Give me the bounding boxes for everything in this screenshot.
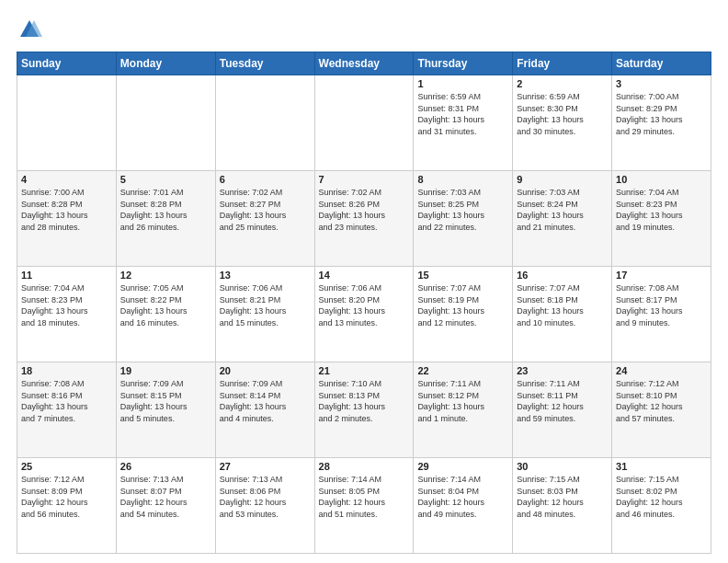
- day-number: 16: [517, 270, 608, 281]
- day-info: Sunrise: 7:13 AM Sunset: 8:06 PM Dayligh…: [220, 474, 311, 520]
- day-number: 21: [319, 365, 410, 376]
- day-info: Sunrise: 7:00 AM Sunset: 8:29 PM Dayligh…: [616, 91, 707, 137]
- calendar-day-header: Thursday: [414, 52, 513, 75]
- day-info: Sunrise: 7:15 AM Sunset: 8:03 PM Dayligh…: [517, 474, 608, 520]
- day-info: Sunrise: 7:04 AM Sunset: 8:23 PM Dayligh…: [616, 187, 707, 233]
- day-number: 15: [417, 270, 508, 281]
- calendar-cell: 5Sunrise: 7:01 AM Sunset: 8:28 PM Daylig…: [116, 171, 215, 267]
- day-info: Sunrise: 7:08 AM Sunset: 8:17 PM Dayligh…: [616, 282, 707, 328]
- calendar-cell: 9Sunrise: 7:03 AM Sunset: 8:24 PM Daylig…: [513, 171, 612, 267]
- calendar-cell: 6Sunrise: 7:02 AM Sunset: 8:27 PM Daylig…: [215, 171, 314, 267]
- day-number: 1: [417, 78, 508, 89]
- logo: [17, 17, 46, 42]
- day-number: 13: [220, 270, 311, 281]
- day-info: Sunrise: 7:08 AM Sunset: 8:16 PM Dayligh…: [21, 378, 112, 424]
- calendar-cell: [215, 75, 314, 171]
- day-number: 8: [417, 174, 508, 185]
- calendar-day-header: Saturday: [612, 52, 711, 75]
- calendar-cell: 19Sunrise: 7:09 AM Sunset: 8:15 PM Dayli…: [116, 362, 215, 458]
- day-number: 3: [616, 78, 707, 89]
- day-number: 29: [417, 461, 508, 472]
- calendar-week-row: 11Sunrise: 7:04 AM Sunset: 8:23 PM Dayli…: [17, 267, 711, 362]
- day-info: Sunrise: 7:00 AM Sunset: 8:28 PM Dayligh…: [21, 187, 112, 233]
- calendar-cell: 31Sunrise: 7:15 AM Sunset: 8:02 PM Dayli…: [612, 458, 711, 554]
- calendar-header-row: SundayMondayTuesdayWednesdayThursdayFrid…: [17, 52, 711, 75]
- day-info: Sunrise: 7:03 AM Sunset: 8:24 PM Dayligh…: [517, 187, 608, 233]
- calendar-week-row: 25Sunrise: 7:12 AM Sunset: 8:09 PM Dayli…: [17, 458, 711, 554]
- day-number: 6: [220, 174, 311, 185]
- calendar-day-header: Sunday: [17, 52, 117, 75]
- day-info: Sunrise: 7:12 AM Sunset: 8:10 PM Dayligh…: [616, 378, 707, 424]
- calendar-cell: 22Sunrise: 7:11 AM Sunset: 8:12 PM Dayli…: [414, 362, 513, 458]
- calendar-cell: 20Sunrise: 7:09 AM Sunset: 8:14 PM Dayli…: [215, 362, 314, 458]
- day-info: Sunrise: 7:14 AM Sunset: 8:05 PM Dayligh…: [319, 474, 410, 520]
- calendar-week-row: 18Sunrise: 7:08 AM Sunset: 8:16 PM Dayli…: [17, 362, 711, 458]
- day-number: 20: [220, 365, 311, 376]
- day-number: 19: [120, 365, 211, 376]
- calendar-week-row: 4Sunrise: 7:00 AM Sunset: 8:28 PM Daylig…: [17, 171, 711, 267]
- calendar-cell: 29Sunrise: 7:14 AM Sunset: 8:04 PM Dayli…: [414, 458, 513, 554]
- calendar-cell: 11Sunrise: 7:04 AM Sunset: 8:23 PM Dayli…: [17, 267, 117, 362]
- calendar-week-row: 1Sunrise: 6:59 AM Sunset: 8:31 PM Daylig…: [17, 75, 711, 171]
- day-info: Sunrise: 7:06 AM Sunset: 8:20 PM Dayligh…: [319, 282, 410, 328]
- day-info: Sunrise: 7:14 AM Sunset: 8:04 PM Dayligh…: [417, 474, 508, 520]
- day-number: 28: [319, 461, 410, 472]
- day-info: Sunrise: 7:11 AM Sunset: 8:11 PM Dayligh…: [517, 378, 608, 424]
- day-info: Sunrise: 6:59 AM Sunset: 8:30 PM Dayligh…: [517, 91, 608, 137]
- calendar-cell: [17, 75, 117, 171]
- day-info: Sunrise: 7:10 AM Sunset: 8:13 PM Dayligh…: [319, 378, 410, 424]
- day-info: Sunrise: 7:12 AM Sunset: 8:09 PM Dayligh…: [21, 474, 112, 520]
- day-info: Sunrise: 7:09 AM Sunset: 8:15 PM Dayligh…: [120, 378, 211, 424]
- calendar-cell: 16Sunrise: 7:07 AM Sunset: 8:18 PM Dayli…: [513, 267, 612, 362]
- day-info: Sunrise: 7:02 AM Sunset: 8:27 PM Dayligh…: [220, 187, 311, 233]
- calendar-cell: 14Sunrise: 7:06 AM Sunset: 8:20 PM Dayli…: [314, 267, 414, 362]
- day-number: 27: [220, 461, 311, 472]
- calendar-cell: 7Sunrise: 7:02 AM Sunset: 8:26 PM Daylig…: [314, 171, 414, 267]
- day-number: 18: [21, 365, 112, 376]
- calendar-cell: 2Sunrise: 6:59 AM Sunset: 8:30 PM Daylig…: [513, 75, 612, 171]
- day-number: 4: [21, 174, 112, 185]
- day-number: 11: [21, 270, 112, 281]
- calendar-cell: 10Sunrise: 7:04 AM Sunset: 8:23 PM Dayli…: [612, 171, 711, 267]
- calendar-day-header: Tuesday: [215, 52, 314, 75]
- day-number: 24: [616, 365, 707, 376]
- day-number: 5: [120, 174, 211, 185]
- calendar-cell: 28Sunrise: 7:14 AM Sunset: 8:05 PM Dayli…: [314, 458, 414, 554]
- calendar-cell: 25Sunrise: 7:12 AM Sunset: 8:09 PM Dayli…: [17, 458, 117, 554]
- calendar-cell: 13Sunrise: 7:06 AM Sunset: 8:21 PM Dayli…: [215, 267, 314, 362]
- day-info: Sunrise: 7:15 AM Sunset: 8:02 PM Dayligh…: [616, 474, 707, 520]
- day-number: 17: [616, 270, 707, 281]
- calendar-cell: 27Sunrise: 7:13 AM Sunset: 8:06 PM Dayli…: [215, 458, 314, 554]
- day-number: 7: [319, 174, 410, 185]
- calendar-cell: [116, 75, 215, 171]
- calendar-cell: 30Sunrise: 7:15 AM Sunset: 8:03 PM Dayli…: [513, 458, 612, 554]
- day-info: Sunrise: 7:09 AM Sunset: 8:14 PM Dayligh…: [220, 378, 311, 424]
- day-info: Sunrise: 6:59 AM Sunset: 8:31 PM Dayligh…: [417, 91, 508, 137]
- day-number: 9: [517, 174, 608, 185]
- calendar-cell: [314, 75, 414, 171]
- day-number: 10: [616, 174, 707, 185]
- day-number: 30: [517, 461, 608, 472]
- day-info: Sunrise: 7:06 AM Sunset: 8:21 PM Dayligh…: [220, 282, 311, 328]
- day-info: Sunrise: 7:13 AM Sunset: 8:07 PM Dayligh…: [120, 474, 211, 520]
- day-info: Sunrise: 7:07 AM Sunset: 8:19 PM Dayligh…: [417, 282, 508, 328]
- calendar-cell: 17Sunrise: 7:08 AM Sunset: 8:17 PM Dayli…: [612, 267, 711, 362]
- calendar-cell: 24Sunrise: 7:12 AM Sunset: 8:10 PM Dayli…: [612, 362, 711, 458]
- day-number: 31: [616, 461, 707, 472]
- day-number: 12: [120, 270, 211, 281]
- calendar-table: SundayMondayTuesdayWednesdayThursdayFrid…: [17, 52, 711, 554]
- day-number: 25: [21, 461, 112, 472]
- calendar-cell: 18Sunrise: 7:08 AM Sunset: 8:16 PM Dayli…: [17, 362, 117, 458]
- calendar-cell: 23Sunrise: 7:11 AM Sunset: 8:11 PM Dayli…: [513, 362, 612, 458]
- calendar-cell: 4Sunrise: 7:00 AM Sunset: 8:28 PM Daylig…: [17, 171, 117, 267]
- calendar-cell: 8Sunrise: 7:03 AM Sunset: 8:25 PM Daylig…: [414, 171, 513, 267]
- day-info: Sunrise: 7:07 AM Sunset: 8:18 PM Dayligh…: [517, 282, 608, 328]
- page: SundayMondayTuesdayWednesdayThursdayFrid…: [0, 0, 728, 563]
- calendar-cell: 26Sunrise: 7:13 AM Sunset: 8:07 PM Dayli…: [116, 458, 215, 554]
- calendar-cell: 21Sunrise: 7:10 AM Sunset: 8:13 PM Dayli…: [314, 362, 414, 458]
- day-info: Sunrise: 7:01 AM Sunset: 8:28 PM Dayligh…: [120, 187, 211, 233]
- calendar-day-header: Wednesday: [314, 52, 414, 75]
- logo-icon: [17, 17, 42, 42]
- calendar-day-header: Friday: [513, 52, 612, 75]
- calendar-cell: 3Sunrise: 7:00 AM Sunset: 8:29 PM Daylig…: [612, 75, 711, 171]
